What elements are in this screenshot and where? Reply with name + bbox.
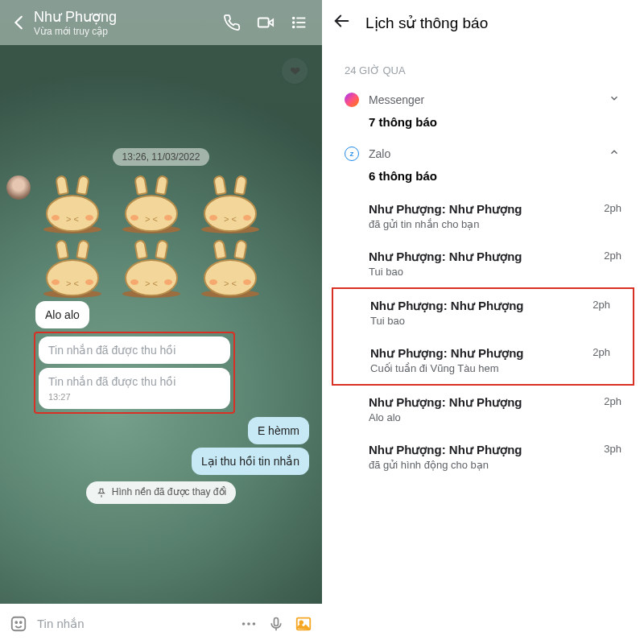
chevron-down-icon [609, 93, 621, 107]
recalled-message[interactable]: Tin nhắn đã được thu hồi [39, 336, 230, 364]
sticker-message: > < > < > < > < > < > < [6, 174, 316, 298]
system-bg-changed[interactable]: Hình nền đã được thay đổi [86, 481, 236, 504]
notif-sender: Như Phượng: Như Phượng [370, 299, 584, 313]
notif-time: 3ph [604, 443, 621, 455]
voice-call-icon[interactable] [222, 13, 242, 32]
notif-body: Alo alo [369, 411, 596, 423]
svg-point-13 [253, 622, 256, 625]
notif-body: đã gửi tin nhắn cho bạn [369, 218, 596, 230]
messenger-icon [345, 93, 359, 107]
svg-rect-0 [258, 19, 269, 27]
notif-sender: Như Phượng: Như Phượng [369, 202, 596, 217]
notif-sender: Như Phượng: Như Phượng [369, 250, 596, 264]
zalo-count: 6 thông báo [322, 169, 644, 192]
contact-block[interactable]: Như Phượng Vừa mới truy cập [34, 8, 222, 37]
message-time: 13:27 [48, 391, 221, 402]
notification-item[interactable]: Như Phượng: Như Phượng đã gửi tin nhắn c… [322, 192, 644, 240]
svg-rect-8 [12, 617, 26, 631]
page-title: Lịch sử thông báo [365, 14, 488, 32]
message-input[interactable]: Tin nhắn [37, 617, 230, 631]
notification-item[interactable]: Như Phượng: Như Phượng đã gửi hình động … [322, 433, 644, 481]
sticker-picker-icon[interactable] [10, 615, 27, 633]
svg-point-9 [15, 621, 17, 623]
notif-time: 2ph [604, 395, 621, 407]
chevron-up-icon [609, 147, 621, 161]
notification-item[interactable]: Như Phượng: Như Phượng Tui bao 2ph [322, 240, 644, 287]
svg-point-10 [20, 621, 22, 623]
section-24h: 24 GIỜ QUA [322, 45, 644, 85]
chat-input-bar: Tin nhắn [0, 604, 322, 644]
back-button[interactable] [333, 12, 351, 33]
message-incoming[interactable]: Alo alo [6, 301, 316, 328]
message-bubble: E hèmm [248, 417, 309, 444]
image-picker-icon[interactable] [295, 615, 312, 633]
chat-header: Như Phượng Vừa mới truy cập [0, 0, 322, 45]
avatar[interactable] [6, 175, 31, 200]
bunny-sticker[interactable]: > < [35, 174, 109, 233]
bunny-sticker[interactable]: > < [114, 238, 188, 298]
bunny-sticker[interactable]: > < [35, 238, 109, 298]
notif-sender: Như Phượng: Như Phượng [369, 443, 596, 457]
notif-body: đã gửi hình động cho bạn [369, 459, 596, 471]
notif-sender: Như Phượng: Như Phượng [370, 346, 584, 361]
notification-item[interactable]: Như Phượng: Như Phượng Alo alo 2ph [322, 386, 644, 433]
message-outgoing[interactable]: Lại thu hồi tin nhắn [6, 448, 316, 475]
recalled-text: Tin nhắn đã được thu hồi [48, 375, 175, 388]
notif-body: Cuối tuần đi Vũng Tàu hem [370, 362, 584, 374]
app-name: Messenger [369, 93, 609, 106]
svg-rect-14 [275, 618, 279, 626]
svg-point-17 [299, 621, 303, 624]
bunny-sticker[interactable]: > < [193, 174, 267, 233]
svg-point-7 [293, 27, 295, 28]
message-bubble: Lại thu hồi tin nhắn [192, 448, 309, 475]
notif-body: Tui bao [369, 266, 596, 278]
back-button[interactable] [10, 14, 29, 31]
notification-item[interactable]: Như Phượng: Như Phượng Tui bao 2ph [333, 289, 633, 336]
contact-status: Vừa mới truy cập [34, 26, 222, 37]
chat-thread[interactable]: 13:26, 11/03/2022 > < > < > < > < > < > … [0, 45, 322, 604]
chat-panel: Như Phượng Vừa mới truy cập ❤ 13:26, 11/… [0, 0, 322, 644]
svg-point-12 [247, 622, 250, 625]
notif-header: Lịch sử thông báo [322, 0, 644, 45]
notif-body: Tui bao [370, 315, 584, 327]
contact-name: Như Phượng [34, 8, 222, 26]
system-message-row: Hình nền đã được thay đổi [6, 481, 316, 504]
notif-time: 2ph [604, 202, 621, 214]
notification-history-panel: Lịch sử thông báo 24 GIỜ QUA Messenger 7… [322, 0, 644, 644]
notif-time: 2ph [592, 346, 610, 358]
notif-time: 2ph [592, 299, 610, 311]
messenger-count: 7 thông báo [322, 115, 644, 138]
app-name: Zalo [369, 147, 609, 160]
recalled-message[interactable]: Tin nhắn đã được thu hồi 13:27 [39, 368, 230, 408]
svg-point-6 [293, 22, 295, 23]
bunny-sticker[interactable]: > < [193, 238, 267, 298]
app-group-messenger[interactable]: Messenger [322, 85, 644, 115]
notif-highlight-box: Như Phượng: Như Phượng Tui bao 2ph Như P… [332, 287, 634, 386]
bunny-sticker[interactable]: > < [114, 174, 188, 233]
app-group-zalo[interactable]: Z Zalo [322, 138, 644, 169]
voice-icon[interactable] [267, 615, 285, 633]
notif-sender: Như Phượng: Như Phượng [369, 395, 596, 410]
system-text: Hình nền đã được thay đổi [112, 486, 226, 499]
svg-point-11 [242, 622, 246, 625]
thread-timestamp: 13:26, 11/03/2022 [113, 148, 210, 166]
more-icon[interactable] [240, 615, 258, 633]
message-outgoing[interactable]: E hèmm [6, 417, 316, 444]
message-bubble: Alo alo [35, 301, 89, 328]
zalo-icon: Z [345, 147, 359, 161]
pin-icon [96, 487, 107, 498]
recalled-highlight-box: Tin nhắn đã được thu hồi Tin nhắn đã đượ… [34, 332, 235, 414]
video-call-icon[interactable] [256, 13, 275, 32]
menu-icon[interactable] [290, 13, 309, 32]
notification-item[interactable]: Như Phượng: Như Phượng Cuối tuần đi Vũng… [333, 336, 633, 384]
svg-point-5 [293, 18, 295, 19]
notif-time: 2ph [604, 250, 621, 262]
